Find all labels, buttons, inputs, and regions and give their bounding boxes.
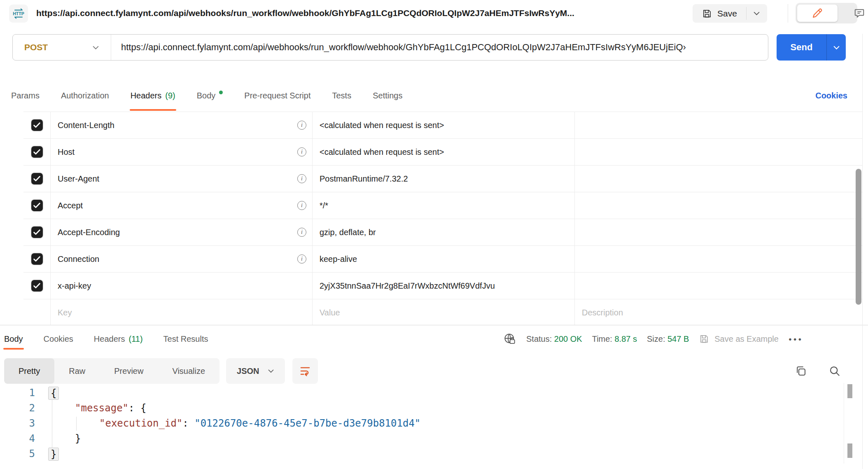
code-token: "execution_id" <box>99 416 182 431</box>
save-dropdown-button[interactable] <box>747 4 767 23</box>
network-globe-lock-icon[interactable] <box>503 332 516 345</box>
save-label: Save <box>717 9 737 19</box>
code-line: 5} <box>0 446 843 462</box>
header-key: Accept <box>58 201 83 210</box>
header-description-cell[interactable] <box>574 273 862 299</box>
header-description-cell[interactable] <box>574 166 862 192</box>
code-token: "message" <box>75 401 128 416</box>
line-content: } <box>35 446 59 462</box>
send-button[interactable]: Send <box>777 34 826 61</box>
header-value-cell[interactable]: <calculated when request is sent> <box>312 139 574 165</box>
row-checkbox[interactable] <box>31 119 43 131</box>
row-checkbox[interactable] <box>31 146 43 158</box>
unsaved-dot-icon <box>219 91 223 94</box>
send-dropdown-button[interactable] <box>827 34 846 61</box>
header-key: x-api-key <box>58 281 91 291</box>
header-key: Content-Length <box>58 121 114 130</box>
code-token: : <box>128 401 140 416</box>
url-input[interactable]: https://api.connect.fylamynt.com/api/web… <box>111 42 768 53</box>
response-scrollbar-thumb[interactable] <box>847 384 852 398</box>
table-row: x-api-key2yjX35tnnSaa7Hr2g8EaI7rWxbzcNtW… <box>23 273 862 299</box>
copy-icon[interactable] <box>795 365 807 377</box>
row-checkbox[interactable] <box>31 226 43 238</box>
tab-tests[interactable]: Tests <box>332 80 351 111</box>
response-tab-body[interactable]: Body <box>4 325 23 352</box>
header-key-cell[interactable]: Connectioni <box>50 246 312 272</box>
header-key-cell[interactable]: Content-Lengthi <box>50 112 312 138</box>
chevron-down-icon <box>753 11 760 16</box>
row-checkbox[interactable] <box>31 173 43 184</box>
header-value-cell[interactable]: gzip, deflate, br <box>312 219 574 245</box>
fold-marker[interactable]: { <box>48 387 59 400</box>
checkbox-cell <box>23 139 50 165</box>
svg-text:HTTP: HTTP <box>13 11 24 16</box>
check-icon <box>33 283 40 289</box>
info-icon[interactable]: i <box>297 201 306 210</box>
header-value-cell[interactable]: 2yjX35tnnSaa7Hr2g8EaI7rWxbzcNtWf69VdfJvu <box>312 273 574 299</box>
header-description-cell[interactable] <box>574 139 862 165</box>
tab-body[interactable]: Body <box>197 80 223 111</box>
info-icon[interactable]: i <box>297 174 306 183</box>
row-checkbox[interactable] <box>31 200 43 211</box>
value-placeholder-cell[interactable]: Value <box>312 299 574 325</box>
header-description-cell[interactable] <box>574 219 862 245</box>
row-checkbox[interactable] <box>31 253 43 265</box>
info-icon[interactable]: i <box>297 228 306 237</box>
comments-button[interactable] <box>839 5 868 22</box>
header-key-cell[interactable]: User-Agenti <box>50 166 312 192</box>
tab-settings[interactable]: Settings <box>373 80 402 111</box>
info-icon[interactable]: i <box>297 254 306 264</box>
row-checkbox[interactable] <box>31 280 43 292</box>
view-tab-visualize[interactable]: Visualize <box>158 358 219 384</box>
header-description-cell[interactable] <box>574 246 862 272</box>
request-url-bar: POST https://api.connect.fylamynt.com/ap… <box>12 34 768 61</box>
header-value-cell[interactable]: */* <box>312 192 574 219</box>
response-tab-headers[interactable]: Headers(11) <box>94 325 143 352</box>
page-scrollbar-thumb[interactable] <box>847 443 852 458</box>
code-line: 4} <box>0 431 843 446</box>
header-description-cell[interactable] <box>574 112 862 138</box>
header-key: Connection <box>58 254 99 264</box>
tab-headers[interactable]: Headers(9) <box>131 80 175 111</box>
response-tab-cookies[interactable]: Cookies <box>44 325 73 352</box>
header-key-cell[interactable]: Hosti <box>50 139 312 165</box>
view-tab-pretty[interactable]: Pretty <box>4 358 54 384</box>
checkbox-cell <box>23 273 50 299</box>
header-description-cell[interactable] <box>574 192 862 219</box>
header-key-cell[interactable]: Accept-Encodingi <box>50 219 312 245</box>
more-options-icon[interactable]: ●●● <box>789 336 803 342</box>
edit-request-button[interactable] <box>797 5 838 22</box>
tab-authorization[interactable]: Authorization <box>61 80 109 111</box>
response-tab-test-results[interactable]: Test Results <box>163 325 208 352</box>
info-icon[interactable]: i <box>297 121 306 130</box>
header-key-cell[interactable]: Accepti <box>50 192 312 219</box>
search-icon[interactable] <box>828 365 841 377</box>
description-placeholder-cell[interactable]: Description <box>574 299 862 325</box>
header-key-cell[interactable]: x-api-key <box>50 273 312 299</box>
header-value: */* <box>320 201 328 210</box>
header-value-cell[interactable]: <calculated when request is sent> <box>312 112 574 138</box>
header-value-cell[interactable]: keep-alive <box>312 246 574 272</box>
table-row: User-AgentiPostmanRuntime/7.32.2 <box>23 166 862 192</box>
save-button[interactable]: Save <box>693 4 746 23</box>
tab-params[interactable]: Params <box>11 80 40 111</box>
method-select[interactable]: POST <box>13 42 111 52</box>
view-tab-raw[interactable]: Raw <box>54 358 100 384</box>
response-view-bar: PrettyRawPreviewVisualize JSON <box>4 358 318 384</box>
fold-marker[interactable]: } <box>48 448 59 461</box>
window-scrollbar-track <box>862 34 863 469</box>
header-value: 2yjX35tnnSaa7Hr2g8EaI7rWxbzcNtWf69VdfJvu <box>320 281 495 291</box>
cookies-link[interactable]: Cookies <box>815 80 847 111</box>
header-value: PostmanRuntime/7.32.2 <box>320 174 408 184</box>
format-select[interactable]: JSON <box>226 358 285 384</box>
request-scrollbar-thumb[interactable] <box>856 169 861 305</box>
view-tab-preview[interactable]: Preview <box>100 358 158 384</box>
request-tabs: ParamsAuthorizationHeaders(9)BodyPre-req… <box>11 80 402 111</box>
wrap-text-button[interactable] <box>292 358 318 384</box>
tab-pre-request-script[interactable]: Pre-request Script <box>244 80 310 111</box>
info-icon[interactable]: i <box>297 147 306 156</box>
save-as-example-button[interactable]: Save as Example <box>699 334 779 344</box>
header-value-cell[interactable]: PostmanRuntime/7.32.2 <box>312 166 574 192</box>
key-placeholder-cell[interactable]: Key <box>50 299 312 325</box>
status-badge: Status: 200 OK <box>526 334 582 344</box>
